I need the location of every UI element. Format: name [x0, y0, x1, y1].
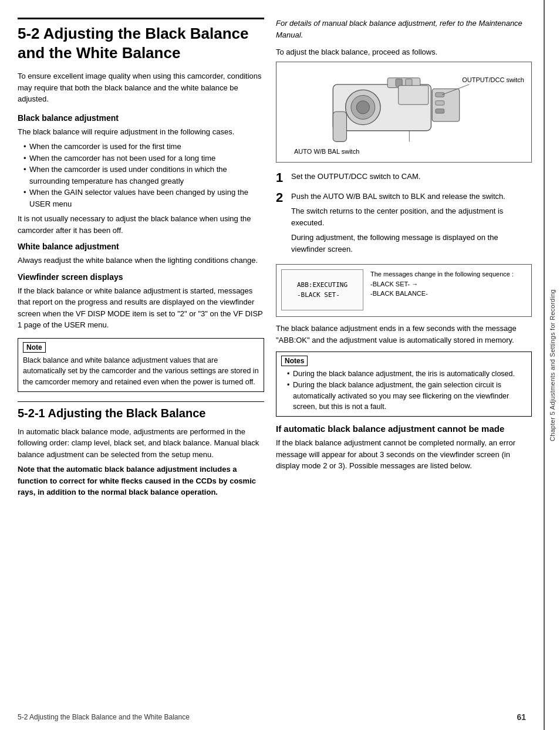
svg-rect-8	[436, 92, 444, 96]
footer: 5-2 Adjusting the Black Balance and the …	[0, 712, 544, 722]
steps-list: 1 Set the OUTPUT/DCC switch to CAM. 2 Pu…	[276, 171, 532, 259]
svg-rect-11	[399, 85, 429, 104]
if-cannot-section: If automatic black balance adjustment ca…	[276, 424, 532, 472]
if-cannot-text: If the black balance adjustment cannot b…	[276, 437, 532, 472]
black-balance-intro: The black balance will require adjustmen…	[18, 126, 264, 138]
main-content: 5-2 Adjusting the Black Balance and the …	[0, 0, 544, 730]
step-2-sub2: During adjustment, the following message…	[291, 232, 532, 255]
vf-screen: ABB:EXECUTING -BLACK SET-	[281, 269, 363, 310]
notes-list: During the black balance adjustment, the…	[287, 369, 527, 413]
vf-note-seq1: -BLACK SET- →	[370, 279, 514, 289]
step-1: 1 Set the OUTPUT/DCC switch to CAM.	[276, 171, 532, 185]
viewfinder-heading: Viewfinder screen displays	[18, 272, 264, 282]
after-vf-text: The black balance adjustment ends in a f…	[276, 323, 532, 346]
black-balance-bullets: When the camcorder is used for the first…	[23, 141, 264, 209]
notes-label: Notes	[281, 356, 308, 366]
vf-note-intro: The messages change in the following seq…	[370, 269, 514, 279]
chapter-title-block: 5-2 Adjusting the Black Balance and the …	[18, 18, 264, 62]
page: Chapter 5 Adjustments and Settings for R…	[0, 0, 560, 730]
black-balance-after: It is not usually necessary to adjust th…	[18, 213, 264, 236]
note-box: Note Black balance and white balance adj…	[18, 338, 264, 392]
step-2: 2 Push the AUTO W/B BAL switch to BLK an…	[276, 191, 532, 259]
notes-item-2: During the black balance adjustment, the…	[287, 380, 527, 413]
side-tab: Chapter 5 Adjustments and Settings for R…	[544, 0, 560, 730]
note-label: Note	[23, 342, 46, 353]
diagram-label-output: OUTPUT/DCC switch	[462, 76, 524, 83]
footer-left: 5-2 Adjusting the Black Balance and the …	[18, 713, 190, 721]
step-2-content: Push the AUTO W/B BAL switch to BLK and …	[291, 191, 532, 259]
step-2-text: Push the AUTO W/B BAL switch to BLK and …	[291, 192, 505, 201]
sub-section-divider	[18, 401, 264, 402]
viewfinder-text: If the black balance or white balance ad…	[18, 285, 264, 331]
step-1-text: Set the OUTPUT/DCC switch to CAM.	[291, 172, 420, 181]
proceed-text: To adjust the black balance, proceed as …	[276, 46, 532, 58]
diagram-label-auto: AUTO W/B BAL switch	[294, 148, 359, 155]
step-2-number: 2	[276, 191, 286, 259]
black-balance-heading: Black balance adjustment	[18, 113, 264, 123]
vf-line2: -BLACK SET-	[297, 291, 340, 299]
bullet-4: When the GAIN selector values have been …	[23, 187, 264, 209]
svg-rect-10	[436, 109, 444, 113]
sub-section-title: 5-2-1 Adjusting the Black Balance	[18, 407, 264, 420]
svg-rect-12	[333, 111, 346, 141]
viewfinder-section: Viewfinder screen displays If the black …	[18, 272, 264, 331]
note-text: Black balance and white balance adjustme…	[23, 355, 259, 388]
vf-inner: ABB:EXECUTING -BLACK SET- The messages c…	[281, 269, 527, 310]
vf-screen-text: ABB:EXECUTING -BLACK SET-	[297, 280, 348, 300]
camera-diagram-box: OUTPUT/DCC switch AUTO W/B BAL switch	[276, 62, 532, 163]
diagram-inner: OUTPUT/DCC switch AUTO W/B BAL switch	[282, 68, 525, 156]
side-tab-text: Chapter 5 Adjustments and Settings for R…	[549, 289, 556, 441]
vf-line1: ABB:EXECUTING	[297, 281, 348, 289]
white-balance-text: Always readjust the white balance when t…	[18, 255, 264, 266]
step-1-number: 1	[276, 171, 286, 185]
svg-rect-9	[436, 100, 444, 104]
if-cannot-heading: If automatic black balance adjustment ca…	[276, 424, 532, 434]
step-1-content: Set the OUTPUT/DCC switch to CAM.	[291, 171, 532, 185]
chapter-title: 5-2 Adjusting the Black Balance and the …	[18, 24, 264, 62]
white-balance-section: White balance adjustment Always readjust…	[18, 242, 264, 266]
notes-box: Notes During the black balance adjustmen…	[276, 352, 532, 417]
sub-section-bold-note: Note that the automatic black balance ad…	[18, 464, 264, 498]
notes-item-1: During the black balance adjustment, the…	[287, 369, 527, 380]
right-column: For details of manual black balance adju…	[276, 18, 532, 712]
left-column: 5-2 Adjusting the Black Balance and the …	[18, 18, 264, 712]
bullet-3: When the camcorder is used under conditi…	[23, 164, 264, 187]
bullet-1: When the camcorder is used for the first…	[23, 141, 264, 153]
vf-note-seq2: -BLACK BALANCE-	[370, 289, 514, 299]
footer-right: 61	[517, 712, 526, 722]
intro-text: To ensure excellent image quality when u…	[18, 70, 264, 105]
vf-note-block: The messages change in the following seq…	[370, 269, 514, 299]
svg-point-3	[356, 100, 369, 113]
step-2-sub1: The switch returns to the center positio…	[291, 205, 532, 228]
viewfinder-diagram-box: ABB:EXECUTING -BLACK SET- The messages c…	[276, 264, 532, 317]
black-balance-section: Black balance adjustment The black balan…	[18, 113, 264, 236]
white-balance-heading: White balance adjustment	[18, 242, 264, 251]
sub-section-intro: In automatic black balance mode, adjustm…	[18, 426, 264, 461]
italic-intro: For details of manual black balance adju…	[276, 18, 532, 40]
bullet-2: When the camcorder has not been used for…	[23, 153, 264, 164]
